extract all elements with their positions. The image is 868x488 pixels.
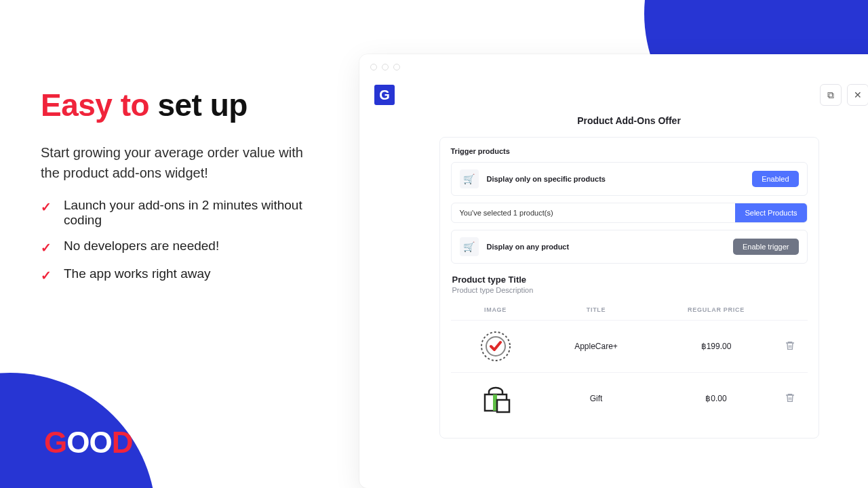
window-controls	[359, 54, 868, 80]
trigger-option-specific: 🛒 Display only on specific products Enab…	[451, 162, 808, 196]
marketing-copy: Easy to set up Start growing your averag…	[41, 87, 312, 294]
headline: Easy to set up	[41, 87, 312, 123]
delete-row-button[interactable]	[776, 392, 804, 405]
col-title: Title	[536, 306, 656, 313]
product-image	[479, 382, 512, 415]
feature-bullets: ✓ Launch your add-ons in 2 minutes witho…	[41, 198, 312, 283]
check-icon: ✓	[41, 199, 52, 215]
trigger-option-any: 🛒 Display on any product Enable trigger	[451, 230, 808, 264]
trash-icon	[785, 340, 795, 351]
product-title: Gift	[536, 394, 656, 403]
duplicate-button[interactable]: ⧉	[820, 84, 842, 106]
headline-rest: set up	[157, 87, 247, 123]
trigger-toggle-button[interactable]: Enable trigger	[733, 239, 799, 255]
table-row: Gift ฿0.00	[451, 372, 808, 424]
bullet-text: Launch your add-ons in 2 minutes without…	[64, 198, 312, 228]
toolbar: G ⧉ ✕	[359, 80, 868, 113]
app-logo: G	[374, 85, 395, 105]
select-products-button[interactable]: Select Products	[735, 203, 806, 222]
duplicate-icon: ⧉	[827, 89, 834, 101]
table-row: AppleCare+ ฿199.00	[451, 320, 808, 372]
selected-products-info: You've selected 1 product(s)	[452, 203, 736, 222]
delete-row-button[interactable]	[776, 340, 804, 353]
badge-icon	[479, 330, 512, 363]
product-price: ฿199.00	[656, 342, 776, 351]
window-dot	[393, 64, 400, 70]
bullet-item: ✓ The app works right away	[41, 266, 312, 283]
product-price: ฿0.00	[656, 394, 776, 403]
subheadline: Start growing your average order value w…	[41, 142, 312, 183]
selected-products-row: You've selected 1 product(s) Select Prod…	[451, 203, 808, 223]
svg-rect-5	[497, 400, 509, 412]
bullet-item: ✓ No developers are needed!	[41, 239, 312, 256]
addons-table-header: Image Title Regular Price	[451, 297, 808, 320]
close-button[interactable]: ✕	[847, 84, 868, 106]
col-price: Regular Price	[656, 306, 776, 313]
bullet-text: No developers are needed!	[64, 239, 219, 253]
offer-editor: Trigger products 🛒 Display only on speci…	[439, 137, 819, 439]
close-icon: ✕	[854, 89, 862, 100]
product-type-desc: Product type Description	[452, 286, 806, 294]
gift-icon	[479, 382, 512, 415]
trigger-toggle-button[interactable]: Enabled	[752, 171, 798, 187]
bullet-item: ✓ Launch your add-ons in 2 minutes witho…	[41, 198, 312, 228]
trigger-label: Display on any product	[487, 243, 570, 251]
bullet-text: The app works right away	[64, 266, 211, 281]
check-icon: ✓	[41, 268, 52, 283]
page-title: Product Add-Ons Offer	[359, 115, 868, 126]
trash-icon	[785, 392, 795, 403]
cart-icon: 🛒	[460, 237, 479, 256]
window-dot	[382, 64, 389, 70]
headline-accent: Easy to	[41, 87, 149, 123]
trigger-label: Display only on specific products	[487, 175, 606, 183]
window-dot	[370, 64, 377, 70]
brand-logo: GOOD	[44, 426, 132, 460]
product-type-header: Product type Title Product type Descript…	[452, 274, 806, 294]
product-title: AppleCare+	[536, 342, 656, 351]
cart-icon: 🛒	[460, 169, 479, 188]
col-image: Image	[455, 306, 536, 313]
product-type-title: Product type Title	[452, 274, 806, 285]
trigger-section-label: Trigger products	[451, 147, 808, 155]
app-window: G ⧉ ✕ Product Add-Ons Offer Trigger prod…	[359, 54, 868, 488]
product-image	[479, 330, 512, 363]
check-icon: ✓	[41, 240, 52, 256]
